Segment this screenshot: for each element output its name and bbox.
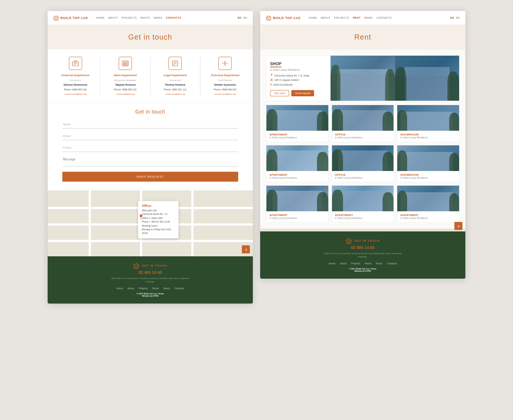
footer-copyright: © 2017 Build Top Lux. Terms Website by H… (55, 293, 246, 297)
footer-link-contacts[interactable]: Contacts (174, 287, 184, 290)
footer-link-projects[interactable]: Projects (139, 287, 148, 290)
footer-link-news[interactable]: News (163, 287, 170, 290)
page-header: Get in touch (48, 25, 253, 49)
svg-rect-1 (73, 62, 78, 66)
property-type: OFFICE (335, 133, 391, 136)
back-to-top-button[interactable]: ∧ (242, 245, 250, 253)
rent-nav-rent[interactable]: RENT (353, 16, 361, 19)
property-image (332, 105, 394, 131)
financial-role: Accountant (70, 79, 81, 81)
page-title: Get in touch (53, 33, 247, 41)
legal-role: Jurisconsult (169, 79, 181, 81)
legal-email: p.hristova@btlux.bg (166, 93, 185, 95)
nav-link-news[interactable]: NEWS (154, 16, 162, 19)
sales-dept-title: Sales Department (114, 74, 137, 77)
sales-dept: Sales Department Консултант продажби Tat… (103, 57, 147, 95)
rent-nav-links: HOME ABOUT PROJECTS RENT NEWS CONTACTS (309, 16, 445, 19)
nav-link-home[interactable]: HOME (96, 16, 104, 19)
nav-link-about[interactable]: ABOUT (108, 16, 118, 19)
map-popup-hours: Working hours:Monday to Friday from 9:00… (142, 224, 175, 235)
email-input[interactable] (62, 132, 238, 140)
property-info: OFFICE in Sofia Luxury Residence (332, 131, 394, 142)
rent-nav-about[interactable]: ABOUT (321, 16, 331, 19)
property-type: APARTMENT (269, 133, 325, 136)
property-image (397, 105, 459, 131)
send-request-button[interactable]: Send Request (62, 172, 238, 182)
send-request-button-shop[interactable]: Send request (291, 90, 314, 96)
nav-link-rents[interactable]: RENTS (140, 16, 150, 19)
phone-input[interactable] (62, 144, 238, 152)
rent-top-nav: BUILD TOP LUX HOME ABOUT PROJECTS RENT N… (260, 11, 465, 25)
legal-dept: Legal Department Jurisconsult Pavlina Hr… (154, 57, 197, 95)
footer-link-home[interactable]: Home (116, 287, 123, 290)
nav-link-projects[interactable]: PROJECTS (122, 16, 137, 19)
rent-footer-about[interactable]: About (340, 262, 347, 265)
financial-dept: Financial Department Accountant Simona S… (53, 57, 97, 95)
property-location: in Sofia Luxury Residence (269, 136, 325, 139)
property-type: OFFICE (335, 173, 391, 176)
property-card-apartment-1: APARTMENT in Sofia Luxury Residence (266, 105, 329, 142)
rent-footer-home[interactable]: Home (329, 262, 336, 265)
form-title: Get in touch (62, 109, 238, 115)
property-type: APARTMENT (269, 173, 325, 176)
map-popup-phone: Phone + 359 02 405 14 60 (142, 220, 175, 224)
svg-rect-6 (123, 62, 125, 63)
rent-footer-rents[interactable]: Rents (365, 262, 371, 265)
rent-lang-en[interactable]: EN (456, 16, 460, 19)
shop-buttons: See more Send request (270, 90, 327, 96)
see-more-button[interactable]: See more (270, 90, 289, 96)
footer-phone: 02 405 14 60 (55, 270, 246, 275)
shop-location: Chervena Stena Str. 7-9, Sofia (274, 74, 309, 77)
footer-link-about[interactable]: About (128, 287, 134, 290)
property-card-office-1: OFFICE in Sofia Luxury Residence (332, 105, 394, 142)
rent-nav-news[interactable]: NEWS (364, 16, 373, 19)
property-card-office-2: OFFICE in Sofia Luxury Residence (332, 145, 394, 182)
map-pin-icon: 📍 (138, 214, 144, 220)
rent-site-footer: Get in Touch 02 405 14 60 Build Top Lux … (260, 231, 465, 279)
rent-lang-bg[interactable]: BG (450, 16, 454, 19)
map-road (89, 190, 91, 256)
rent-page-header: Rent (260, 25, 465, 49)
footer-link-rents[interactable]: Rents (152, 287, 159, 290)
property-location: in Sofia Luxury Residence (269, 176, 325, 179)
rent-nav-home[interactable]: HOME (309, 16, 317, 19)
contact-form-section: Get in touch Send Request (48, 103, 253, 190)
price-icon: € (270, 83, 272, 86)
rent-nav-logo[interactable]: BUILD TOP LUX (266, 15, 300, 21)
nav-link-contacts[interactable]: CONTACTS (166, 16, 181, 19)
rent-footer-news[interactable]: News (376, 262, 383, 265)
rent-footer-projects[interactable]: Projects (351, 262, 360, 265)
map-popup: Office office.ptlx.com Chervena Stena St… (138, 201, 178, 238)
rent-footer-contacts[interactable]: Contacts (387, 262, 397, 265)
divider-1 (100, 57, 100, 95)
map-popup-title: Office (142, 204, 175, 208)
property-image (332, 186, 394, 211)
map-road (48, 240, 253, 242)
svg-rect-9 (126, 64, 127, 65)
sales-name: Tatyana Hristova (115, 83, 136, 86)
property-image (266, 105, 328, 131)
nav-logo[interactable]: BUILD TOP LUX (53, 15, 88, 21)
rent-back-to-top[interactable]: ∧ (454, 222, 462, 230)
message-input[interactable] (62, 156, 238, 167)
shop-location-row: 📍 Chervena Stena Str. 7-9, Sofia (270, 74, 327, 77)
property-card-apt-4: APARTMENT in Sofia Luxury Residence (332, 185, 394, 223)
rent-nav-projects[interactable]: PROJECTS (334, 16, 349, 19)
name-input[interactable] (62, 120, 238, 129)
rent-page-title: Rent (266, 33, 460, 41)
property-image (397, 145, 459, 171)
property-location: in Sofia Luxury Residence (400, 176, 456, 179)
property-location: in Sofia Luxury Residence (335, 136, 391, 139)
rent-content: SHOP in Sofia Luxury Residence 📍 Cherven… (260, 49, 465, 228)
svg-rect-2 (74, 61, 77, 62)
lang-en[interactable]: EN (243, 16, 247, 19)
shop-type: SHOP (270, 62, 281, 67)
rent-nav-contacts[interactable]: CONTACTS (376, 16, 392, 19)
lang-bg[interactable]: BG (238, 16, 242, 19)
divider-3 (200, 57, 200, 95)
map-popup-website: office.ptlx.com (142, 209, 175, 212)
site-footer: Get in Touch 02 405 14 60 Build Top Lux … (48, 256, 253, 304)
shop-price-row: € 2000 Euro/Month (270, 83, 327, 86)
technical-dept-title: Technical Department (211, 74, 239, 77)
sales-role: Консултант продажби (114, 79, 136, 81)
